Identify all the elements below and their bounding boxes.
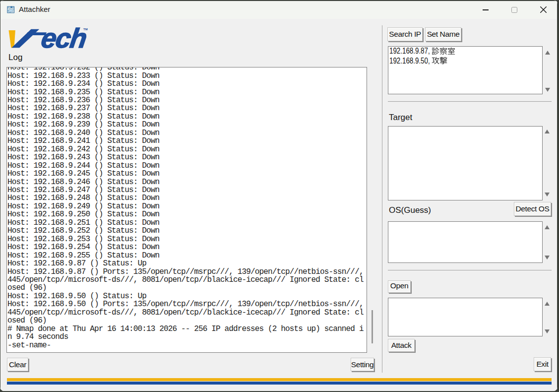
svg-text:ech: ech [39,25,88,52]
svg-text:TM: TM [83,28,88,31]
